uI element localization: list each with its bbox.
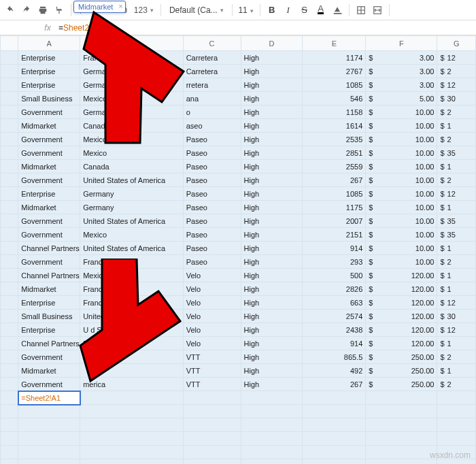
cell[interactable]: $10.00 — [366, 173, 437, 187]
cell[interactable] — [18, 405, 80, 418]
table-row[interactable]: GovernmentMexicoPaseoHigh2151$10.00$35 — [1, 228, 476, 242]
col-header-A[interactable]: A — [18, 36, 80, 51]
row-header[interactable] — [1, 173, 18, 187]
cell[interactable]: $1 — [437, 269, 476, 282]
table-row[interactable]: Government mericaVTTHigh267$250.00$2 — [1, 378, 476, 391]
cell[interactable]: 2438 — [303, 323, 366, 337]
cell[interactable]: $3.00 — [366, 51, 437, 65]
cell[interactable]: Paseo — [183, 255, 241, 269]
cell[interactable]: Velo — [183, 282, 241, 296]
cell[interactable]: Velo — [183, 296, 241, 310]
cell[interactable]: $10.00 — [366, 214, 437, 228]
cell[interactable]: High — [241, 337, 303, 350]
cell[interactable] — [303, 432, 366, 446]
cell[interactable]: Canada — [80, 119, 184, 133]
cell[interactable]: Germany — [80, 105, 184, 119]
cell[interactable]: Small Business — [18, 92, 80, 105]
cell[interactable]: High — [241, 282, 303, 296]
row-header[interactable] — [1, 146, 18, 160]
cell[interactable]: $2 — [437, 105, 476, 119]
cell[interactable] — [80, 364, 184, 378]
cell[interactable] — [183, 446, 241, 459]
font-size-select[interactable]: 11▾ — [237, 5, 256, 15]
table-row[interactable] — [1, 418, 476, 432]
row-header[interactable] — [1, 323, 18, 337]
cell[interactable]: $30 — [437, 310, 476, 323]
table-row[interactable]: EnterpriseFranceCarreteraHigh1174$3.00$1… — [1, 51, 476, 65]
redo-button[interactable] — [19, 3, 34, 18]
cell[interactable] — [366, 405, 437, 418]
cell[interactable]: Government — [18, 173, 80, 187]
cell[interactable]: 1085 — [303, 187, 366, 201]
cell[interactable]: France — [80, 282, 184, 296]
cell[interactable]: $1 — [437, 119, 476, 133]
cell[interactable]: Velo — [183, 337, 241, 350]
merge-cells-button[interactable] — [370, 3, 385, 18]
cell[interactable] — [241, 446, 303, 459]
cell[interactable] — [80, 418, 184, 432]
cell[interactable] — [303, 391, 366, 405]
col-header-D[interactable]: D — [241, 36, 303, 51]
cell[interactable]: 2151 — [303, 228, 366, 242]
table-row[interactable]: GovernmentUnited States of AmericaPaseoH… — [1, 173, 476, 187]
cell[interactable]: Paseo — [183, 201, 241, 214]
cell[interactable]: o — [183, 105, 241, 119]
row-header[interactable] — [1, 105, 18, 119]
cell[interactable]: $2 — [437, 378, 476, 391]
row-header[interactable] — [1, 65, 18, 78]
cell[interactable]: Government — [18, 228, 80, 242]
cell[interactable]: $30 — [437, 92, 476, 105]
col-header-E[interactable]: E — [303, 36, 366, 51]
cell[interactable]: 663 — [303, 296, 366, 310]
cell[interactable] — [183, 418, 241, 432]
col-header-G[interactable]: G — [437, 36, 476, 51]
cell[interactable]: Midmarket — [18, 160, 80, 173]
font-family-select[interactable]: Default (Ca...▾ — [165, 3, 228, 18]
cell[interactable]: Germany — [80, 78, 184, 92]
cell[interactable]: $10.00 — [366, 119, 437, 133]
cell[interactable]: 2007 — [303, 214, 366, 228]
row-header[interactable] — [1, 350, 18, 364]
select-all-corner[interactable] — [1, 36, 18, 51]
cell[interactable]: United States of ca — [80, 310, 184, 323]
cell[interactable]: Government — [18, 133, 80, 146]
cell[interactable]: $10.00 — [366, 105, 437, 119]
cell[interactable]: 546 — [303, 92, 366, 105]
cell[interactable]: Carretera — [183, 51, 241, 65]
table-row[interactable]: MidmarketCanadaaseoHigh1614$10.00$1 — [1, 119, 476, 133]
cell[interactable]: High — [241, 78, 303, 92]
cell[interactable]: $5.00 — [366, 92, 437, 105]
cell[interactable]: Enterprise — [18, 296, 80, 310]
col-header-F[interactable]: F — [366, 36, 437, 51]
cell[interactable]: $10.00 — [366, 242, 437, 255]
cell[interactable]: $2 — [437, 350, 476, 364]
table-row[interactable] — [1, 459, 476, 465]
table-row[interactable]: Small BusinessUnited States of caVeloHig… — [1, 310, 476, 323]
cell[interactable]: Mexico — [80, 269, 184, 282]
cell[interactable]: 267 — [303, 173, 366, 187]
cell[interactable]: 1614 — [303, 119, 366, 133]
cell[interactable]: $10.00 — [366, 133, 437, 146]
row-header[interactable] — [1, 119, 18, 133]
cell[interactable]: France — [80, 51, 184, 65]
row-header[interactable] — [1, 446, 18, 459]
borders-button[interactable] — [354, 3, 369, 18]
cell[interactable]: 267 — [303, 378, 366, 391]
spreadsheet-grid[interactable]: A B C D E F G EnterpriseFranceCarreteraH… — [0, 35, 476, 464]
cell[interactable]: rretera — [183, 78, 241, 92]
cell[interactable]: Channel Partners — [18, 269, 80, 282]
cell[interactable]: High — [241, 146, 303, 160]
cell[interactable] — [241, 418, 303, 432]
cell[interactable]: High — [241, 187, 303, 201]
cell[interactable]: Paseo — [183, 214, 241, 228]
cell[interactable]: $250.00 — [366, 364, 437, 378]
row-header[interactable] — [1, 296, 18, 310]
cell[interactable]: $10.00 — [366, 187, 437, 201]
cell[interactable]: 1085 — [303, 78, 366, 92]
cell[interactable]: France — [80, 296, 184, 310]
active-cell[interactable]: =Sheet2!A1 — [18, 391, 80, 405]
cell[interactable]: High — [241, 214, 303, 228]
cell[interactable]: $10.00 — [366, 146, 437, 160]
cell[interactable]: Velo — [183, 269, 241, 282]
cell[interactable]: $12 — [437, 78, 476, 92]
